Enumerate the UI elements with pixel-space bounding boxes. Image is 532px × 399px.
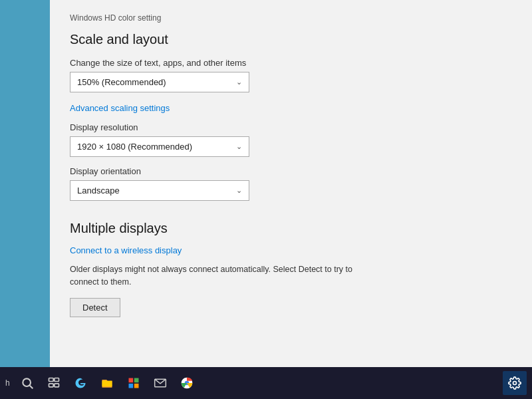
- svg-rect-7: [134, 378, 139, 383]
- search-icon-taskbar[interactable]: [15, 371, 39, 395]
- task-view-icon[interactable]: [42, 371, 66, 395]
- svg-rect-4: [49, 384, 53, 387]
- multiple-displays-info: Older displays might not always connect …: [70, 263, 356, 289]
- chrome-icon[interactable]: [175, 371, 199, 395]
- edge-icon[interactable]: [68, 371, 92, 395]
- resolution-dropdown[interactable]: 1920 × 1080 (Recommended) ⌄: [70, 136, 249, 157]
- svg-rect-8: [128, 384, 133, 388]
- top-link[interactable]: Windows HD color setting: [70, 13, 512, 23]
- settings-panel: Windows HD color setting Scale and layou…: [50, 0, 532, 367]
- multiple-displays-title: Multiple displays: [70, 221, 512, 236]
- orientation-dropdown[interactable]: Landscape ⌄: [70, 180, 249, 201]
- svg-rect-2: [49, 378, 53, 382]
- svg-line-1: [29, 386, 33, 389]
- display-resolution-label: Display resolution: [70, 122, 512, 132]
- scale-dropdown-arrow: ⌄: [236, 78, 242, 86]
- scale-dropdown[interactable]: 150% (Recommended) ⌄: [70, 72, 249, 92]
- orientation-dropdown-value: Landscape: [77, 186, 120, 196]
- taskbar-search-text: h: [5, 378, 10, 388]
- scale-layout-title: Scale and layout: [70, 32, 512, 47]
- mail-icon[interactable]: [148, 371, 172, 395]
- svg-rect-6: [128, 378, 133, 383]
- detect-button[interactable]: Detect: [70, 298, 120, 317]
- resolution-dropdown-arrow: ⌄: [236, 142, 242, 151]
- svg-rect-5: [55, 384, 59, 387]
- wireless-display-link[interactable]: Connect to a wireless display: [70, 245, 182, 255]
- settings-icon-taskbar[interactable]: [503, 371, 527, 395]
- svg-point-13: [513, 382, 517, 385]
- orientation-dropdown-arrow: ⌄: [236, 186, 242, 195]
- store-icon[interactable]: [122, 371, 146, 395]
- scale-dropdown-value: 150% (Recommended): [77, 77, 166, 87]
- svg-point-0: [23, 378, 31, 386]
- taskbar: h: [0, 367, 532, 399]
- display-orientation-label: Display orientation: [70, 166, 512, 176]
- svg-rect-9: [134, 384, 139, 388]
- svg-rect-3: [55, 378, 59, 382]
- change-size-label: Change the size of text, apps, and other…: [70, 58, 512, 68]
- file-explorer-icon[interactable]: [95, 371, 119, 395]
- resolution-dropdown-value: 1920 × 1080 (Recommended): [77, 142, 192, 152]
- advanced-scaling-link[interactable]: Advanced scaling settings: [70, 103, 170, 113]
- left-sidebar: [0, 0, 50, 367]
